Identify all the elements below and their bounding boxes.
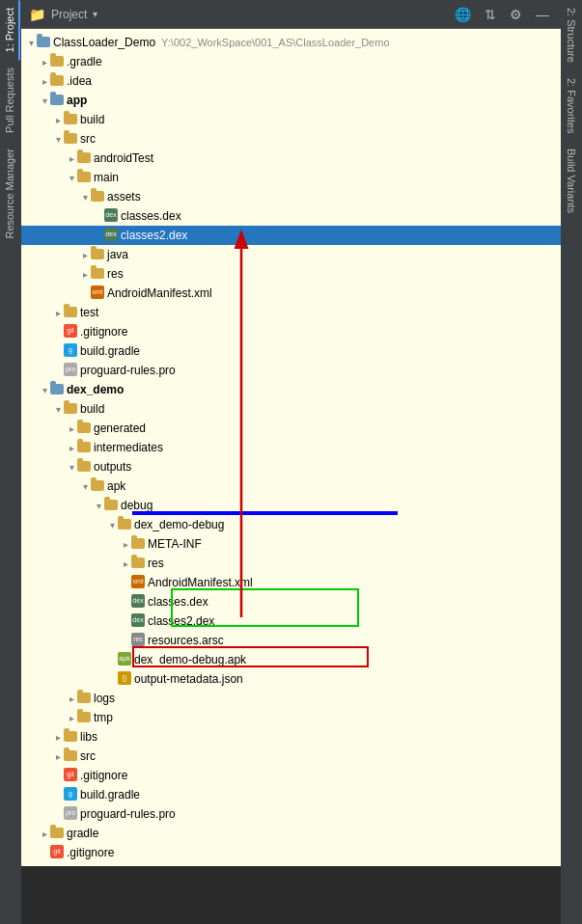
arsc-icon: res [131,633,145,646]
side-tabs-left: 1: Project Pull Requests Resource Manage… [0,0,21,924]
tree-item-gitignore-dex[interactable]: git.gitignore [21,766,561,785]
expand-arrow[interactable]: ▸ [66,423,77,434]
tree-item-build-dir[interactable]: ▸build [21,110,561,129]
expand-arrow[interactable]: ▾ [25,38,37,48]
expand-arrow[interactable]: ▾ [79,481,91,492]
tree-item-resources-arsc[interactable]: resresources.arsc [21,631,561,650]
tree-item-gradle-dir[interactable]: ▸.gradle [21,52,561,71]
tree-item-java-dir[interactable]: ▸java [21,245,561,264]
tree-item-dex-build-dir[interactable]: ▾build [21,399,561,419]
tree-item-androidmanifest-dex[interactable]: xmlAndroidManifest.xml [21,573,561,592]
expand-arrow[interactable]: ▸ [79,250,91,260]
dex-icon: dex [131,613,145,627]
tree-item-libs-dir[interactable]: ▸libs [21,727,561,747]
tree-item-src-dex-dir[interactable]: ▸src [21,747,561,766]
tree-item-meta-inf-dir[interactable]: ▸META-INF [21,534,561,554]
expand-arrow[interactable]: ▾ [52,404,64,415]
expand-arrow[interactable]: ▸ [52,751,64,762]
expand-arrow[interactable]: ▾ [52,134,64,145]
folder-icon [91,249,104,259]
tree-item-gradle-dir2[interactable]: ▸gradle [21,824,561,843]
tree-item-classes2-dex-output[interactable]: dexclasses2.dex [21,611,561,631]
tree-item-debug-dir[interactable]: ▾debug [21,496,561,515]
expand-arrow[interactable]: ▸ [66,713,77,723]
tree-item-logs-dir[interactable]: ▸logs [21,689,561,708]
folder-icon [77,172,91,182]
settings-icon[interactable]: ⚙ [506,5,526,24]
tree-item-label: libs [80,730,97,744]
folder-icon [104,500,118,510]
tree-item-gitignore-root[interactable]: git.gitignore [21,843,561,862]
tree-item-proguard-app[interactable]: proproguard-rules.pro [21,361,561,380]
tree-item-buildgradle-dex[interactable]: gbuild.gradle [21,785,561,804]
expand-arrow[interactable]: ▸ [39,829,50,839]
tree-item-test-dir[interactable]: ▸test [21,303,561,322]
expand-arrow[interactable]: ▸ [120,558,131,569]
tree-item-res-dex-dir[interactable]: ▸res [21,554,561,573]
expand-arrow[interactable]: ▸ [79,269,91,280]
tree-item-buildgradle-app[interactable]: gbuild.gradle [21,341,561,361]
sidebar-item-project[interactable]: 1: Project [1,0,20,60]
tree-item-dex-demo-dir[interactable]: ▾dex_demo [21,380,561,399]
tree-item-dex-demo-debug-dir[interactable]: ▾dex_demo-debug [21,515,561,534]
tree-item-dex-demo-debug-apk[interactable]: apkdex_demo-debug.apk [21,650,561,669]
sidebar-item-build-variants[interactable]: Build Variants [563,141,580,221]
sidebar-item-pull-requests[interactable]: Pull Requests [1,60,20,141]
tree-item-classloader-root[interactable]: ▾ClassLoader_DemoY:\002_WorkSpace\001_AS… [21,33,561,52]
globe-icon[interactable]: 🌐 [451,5,475,24]
expand-arrow[interactable]: ▸ [39,57,50,68]
title-bar-dropdown[interactable]: ▾ [93,9,97,19]
tree-item-label: dex_demo-debug [134,518,224,531]
tree-item-label: java [107,248,128,261]
tree-item-app-dir[interactable]: ▾app [21,91,561,110]
expand-arrow[interactable]: ▸ [120,539,131,550]
tree-item-label: assets [107,190,141,204]
tree-item-classes-dex[interactable]: dexclasses.dex [21,206,561,226]
tree-container[interactable]: ▾ClassLoader_DemoY:\002_WorkSpace\001_AS… [21,29,561,866]
gradle-icon: g [64,787,77,801]
expand-arrow[interactable]: ▾ [106,520,118,530]
tree-item-assets-dir[interactable]: ▾assets [21,187,561,206]
tree-item-label: build.gradle [80,344,140,358]
tree-item-classes-dex-output[interactable]: dexclasses.dex [21,592,561,611]
tree-item-idea-dir[interactable]: ▸.idea [21,71,561,91]
expand-arrow[interactable]: ▾ [39,385,50,395]
expand-arrow[interactable]: ▸ [66,153,77,164]
tree-item-label: intermediates [94,441,163,454]
expand-arrow[interactable]: ▾ [93,501,104,511]
expand-arrow[interactable]: ▸ [52,732,64,743]
sidebar-item-resource-manager[interactable]: Resource Manager [1,141,20,247]
expand-arrow[interactable]: ▸ [39,76,50,87]
tree-item-label: proguard-rules.pro [80,807,176,821]
tree-item-gitignore-app[interactable]: git.gitignore [21,322,561,341]
tree-item-tmp-dir[interactable]: ▸tmp [21,708,561,727]
expand-arrow[interactable]: ▾ [79,192,91,203]
sidebar-item-favorites[interactable]: 2: Favorites [563,70,580,141]
folder-icon [50,95,64,105]
tree-item-label: output-metadata.json [134,672,243,686]
tree-item-output-metadata-json[interactable]: {}output-metadata.json [21,669,561,689]
tree-item-classes2-dex[interactable]: dexclasses2.dex [21,226,561,245]
tree-item-outputs-dir[interactable]: ▾outputs [21,457,561,476]
expand-arrow[interactable]: ▾ [39,95,50,106]
expand-arrow[interactable]: ▸ [52,115,64,125]
expand-arrow[interactable]: ▸ [66,443,77,453]
tree-item-label: debug [121,499,152,512]
minimize-icon[interactable]: — [532,5,553,24]
tree-item-label: build [80,402,104,416]
expand-arrow[interactable]: ▾ [66,173,77,183]
tree-item-apk-dir[interactable]: ▾apk [21,476,561,496]
tree-item-androidmanifest-xml[interactable]: xmlAndroidManifest.xml [21,284,561,303]
tree-item-res-dir[interactable]: ▸res [21,264,561,284]
expand-arrow[interactable]: ▸ [52,308,64,318]
tree-item-main-dir[interactable]: ▾main [21,168,561,187]
tree-item-generated-dir[interactable]: ▸generated [21,419,561,438]
sidebar-item-structure[interactable]: 2: Structure [563,0,580,70]
tree-item-intermediates-dir[interactable]: ▸intermediates [21,438,561,457]
tree-item-proguard-dex[interactable]: proproguard-rules.pro [21,804,561,824]
tree-item-src-dir[interactable]: ▾src [21,129,561,149]
expand-arrow[interactable]: ▾ [66,462,77,473]
sync-icon[interactable]: ⇅ [481,5,500,24]
tree-item-androidtest-dir[interactable]: ▸androidTest [21,149,561,168]
expand-arrow[interactable]: ▸ [66,693,77,704]
